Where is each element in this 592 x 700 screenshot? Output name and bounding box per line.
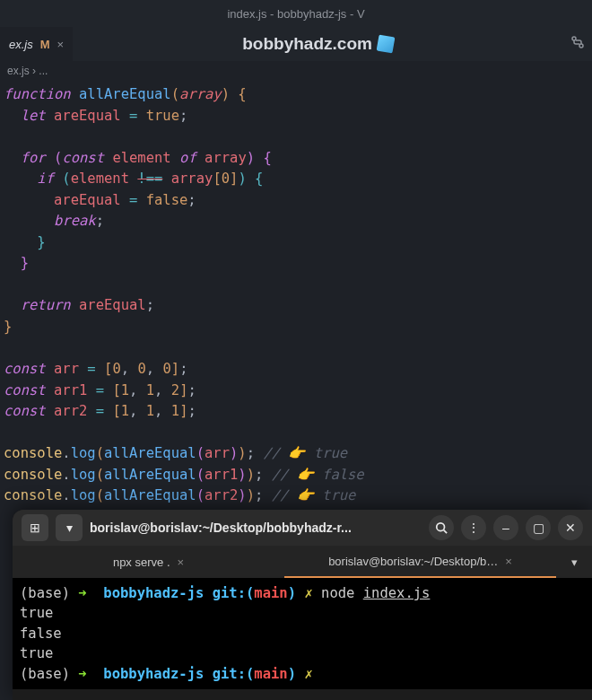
breadcrumb[interactable]: ex.js › ... bbox=[0, 61, 592, 81]
svg-point-0 bbox=[572, 37, 576, 40]
cube-icon bbox=[376, 35, 395, 54]
terminal-tabs: npx serve . × borislav@borislav:~/Deskto… bbox=[13, 546, 592, 578]
terminal-tab-2[interactable]: borislav@borislav:~/Desktop/b… × bbox=[284, 546, 556, 578]
close-icon[interactable]: × bbox=[178, 556, 185, 569]
terminal-tab-1[interactable]: npx serve . × bbox=[13, 546, 284, 578]
search-icon[interactable] bbox=[429, 515, 454, 540]
terminal-output: true bbox=[20, 603, 585, 623]
editor-tab-indexjs[interactable]: ex.js M × bbox=[0, 27, 73, 61]
terminal-body[interactable]: (base) ➜ bobbyhadz-js git:(main) ✗ node … bbox=[13, 578, 592, 689]
site-name: bobbyhadz.com bbox=[242, 34, 372, 54]
git-compare-icon[interactable] bbox=[570, 35, 585, 53]
maximize-icon[interactable]: ▢ bbox=[526, 515, 551, 540]
code-editor[interactable]: function allAreEqual(array) { let areEqu… bbox=[0, 81, 592, 514]
terminal-output: true bbox=[20, 643, 585, 663]
window-title: index.js - bobbyhadz-js - V bbox=[227, 7, 364, 21]
terminal-window: ⊞ ▾ borislav@borislav:~/Desktop/bobbyhad… bbox=[13, 510, 592, 700]
close-icon[interactable]: × bbox=[505, 555, 512, 568]
minimize-icon[interactable]: – bbox=[493, 515, 518, 540]
new-tab-icon[interactable]: ⊞ bbox=[22, 514, 48, 541]
tab-filename: ex.js bbox=[9, 38, 33, 51]
breadcrumb-text: ex.js › ... bbox=[7, 65, 48, 77]
svg-point-1 bbox=[579, 44, 583, 48]
editor-actions bbox=[563, 27, 592, 61]
terminal-output: false bbox=[20, 624, 585, 643]
close-icon[interactable]: ✕ bbox=[558, 515, 583, 540]
terminal-title: borislav@borislav:~/Desktop/bobbyhadz-r.… bbox=[90, 521, 422, 535]
tab-overflow-icon[interactable]: ▾ bbox=[556, 546, 592, 578]
header-site: bobbyhadz.com bbox=[73, 27, 563, 61]
menu-icon[interactable]: ⋮ bbox=[461, 515, 486, 540]
tab-modified-indicator: M bbox=[40, 38, 50, 51]
terminal-titlebar[interactable]: ⊞ ▾ borislav@borislav:~/Desktop/bobbyhad… bbox=[13, 510, 592, 546]
svg-point-2 bbox=[437, 523, 445, 531]
dropdown-icon[interactable]: ▾ bbox=[56, 514, 83, 541]
editor-tabbar: ex.js M × bobbyhadz.com bbox=[0, 27, 592, 61]
window-titlebar: index.js - bobbyhadz-js - V bbox=[0, 0, 592, 27]
close-icon[interactable]: × bbox=[57, 38, 65, 51]
